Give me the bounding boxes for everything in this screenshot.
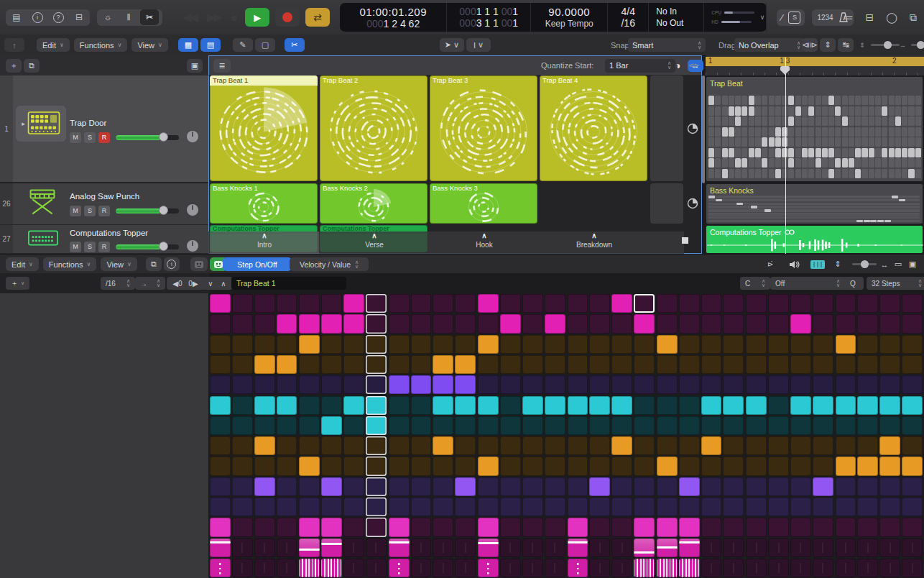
step-cell[interactable] — [568, 477, 588, 496]
live-loops-scrollbar[interactable] — [702, 75, 705, 183]
step-cell[interactable] — [768, 497, 789, 516]
step-cell[interactable] — [299, 396, 320, 415]
subrow-cell[interactable] — [254, 559, 275, 577]
mute-button[interactable]: M — [70, 242, 81, 252]
step-cell[interactable] — [790, 436, 811, 455]
step-cell[interactable] — [657, 436, 678, 455]
step-cell[interactable] — [701, 436, 722, 455]
subrow-cell[interactable] — [277, 538, 297, 557]
mute-button[interactable]: M — [70, 132, 81, 143]
disclosure-icon[interactable]: ▸ — [22, 120, 25, 127]
step-cell[interactable] — [902, 396, 923, 415]
subrow-cell[interactable] — [768, 559, 789, 577]
step-cell[interactable] — [254, 518, 275, 536]
step-cell[interactable] — [299, 355, 320, 374]
step-cell[interactable] — [343, 457, 364, 475]
step-cell[interactable] — [455, 396, 476, 415]
step-cell[interactable] — [433, 477, 453, 496]
quantize-start-select[interactable]: 1 Bar∧∨ — [605, 59, 675, 73]
step-cell[interactable] — [321, 314, 342, 333]
subrow-cell[interactable] — [522, 538, 543, 557]
step-cell[interactable] — [343, 355, 364, 374]
step-cell[interactable] — [478, 518, 499, 536]
step-cell[interactable] — [232, 436, 253, 455]
step-cell[interactable] — [790, 375, 811, 394]
step-cell[interactable] — [790, 477, 811, 496]
step-cell[interactable] — [634, 335, 655, 354]
step-cell[interactable] — [746, 416, 767, 435]
step-cell[interactable] — [857, 396, 878, 415]
step-cell[interactable] — [836, 518, 856, 536]
step-cell[interactable] — [679, 375, 700, 394]
step-cell[interactable] — [657, 457, 678, 475]
step-cell[interactable] — [545, 416, 565, 435]
step-cell[interactable] — [879, 477, 900, 496]
step-cell[interactable] — [277, 436, 297, 455]
step-cell[interactable] — [500, 416, 521, 435]
browser-icon[interactable]: ◯ — [886, 12, 897, 23]
step-cell[interactable] — [723, 314, 744, 333]
play-button[interactable]: ▶ — [245, 8, 269, 27]
subrow-cell[interactable] — [611, 559, 632, 577]
step-cell[interactable] — [389, 396, 410, 415]
step-cell[interactable] — [232, 477, 253, 496]
step-cell[interactable] — [879, 314, 900, 333]
step-cell[interactable] — [611, 294, 632, 313]
step-cell[interactable] — [299, 314, 320, 333]
subrow-cell[interactable] — [657, 559, 678, 577]
step-cell[interactable] — [679, 457, 700, 475]
quantize-button[interactable]: Q — [842, 277, 864, 290]
step-cell[interactable] — [411, 294, 432, 313]
step-cell[interactable] — [879, 335, 900, 354]
step-cell[interactable] — [500, 518, 521, 536]
step-cell[interactable] — [299, 416, 320, 435]
step-cell[interactable] — [746, 396, 767, 415]
step-cell[interactable] — [411, 416, 432, 435]
subrow-cell[interactable] — [723, 559, 744, 577]
step-cell[interactable] — [478, 477, 499, 496]
step-cell[interactable] — [321, 396, 342, 415]
step-cell[interactable] — [813, 314, 833, 333]
step-cell[interactable] — [500, 314, 521, 333]
step-cell[interactable] — [813, 457, 833, 475]
seq-functions-menu[interactable]: Functions∨ — [43, 257, 97, 271]
step-cell[interactable] — [679, 335, 700, 354]
scene-trigger[interactable]: ∧Intro — [210, 231, 319, 254]
step-cell[interactable] — [790, 294, 811, 313]
step-cell[interactable] — [701, 396, 722, 415]
stop-all-cells-button[interactable] — [682, 237, 688, 244]
step-cell[interactable] — [500, 457, 521, 475]
cycle-button[interactable]: ⇄ — [305, 8, 330, 27]
subrow-cell[interactable] — [210, 559, 231, 577]
add-track-button[interactable]: ＋ — [6, 59, 22, 73]
step-cell[interactable] — [232, 457, 253, 475]
volume-knob[interactable] — [159, 132, 168, 142]
step-cell[interactable] — [500, 335, 521, 354]
step-cell[interactable] — [790, 518, 811, 536]
step-cell[interactable] — [522, 335, 543, 354]
step-cell[interactable] — [210, 416, 231, 435]
step-cell[interactable] — [366, 518, 387, 536]
step-cell[interactable] — [568, 355, 588, 374]
step-cell[interactable] — [254, 497, 275, 516]
step-cell[interactable] — [389, 497, 410, 516]
loop-cell[interactable]: Trap Beat 3 — [430, 75, 537, 181]
step-cell[interactable] — [902, 518, 923, 536]
step-cell[interactable] — [836, 396, 856, 415]
audio-region[interactable]: Computations Topper — [706, 225, 923, 254]
step-cell[interactable] — [455, 355, 476, 374]
step-cell[interactable] — [746, 497, 767, 516]
step-cell[interactable] — [232, 314, 253, 333]
step-cell[interactable] — [433, 518, 453, 536]
subrow-cell[interactable] — [589, 538, 610, 557]
step-cell[interactable] — [478, 416, 499, 435]
step-cell[interactable] — [254, 477, 275, 496]
step-cell[interactable] — [366, 416, 387, 435]
step-cell[interactable] — [254, 294, 275, 313]
midi-region[interactable]: Bass Knocks — [706, 183, 923, 224]
step-cell[interactable] — [679, 436, 700, 455]
record-arm-button[interactable]: R — [98, 206, 110, 216]
subrow-cell[interactable] — [366, 559, 387, 577]
step-cell[interactable] — [746, 518, 767, 536]
step-cell[interactable] — [522, 355, 543, 374]
